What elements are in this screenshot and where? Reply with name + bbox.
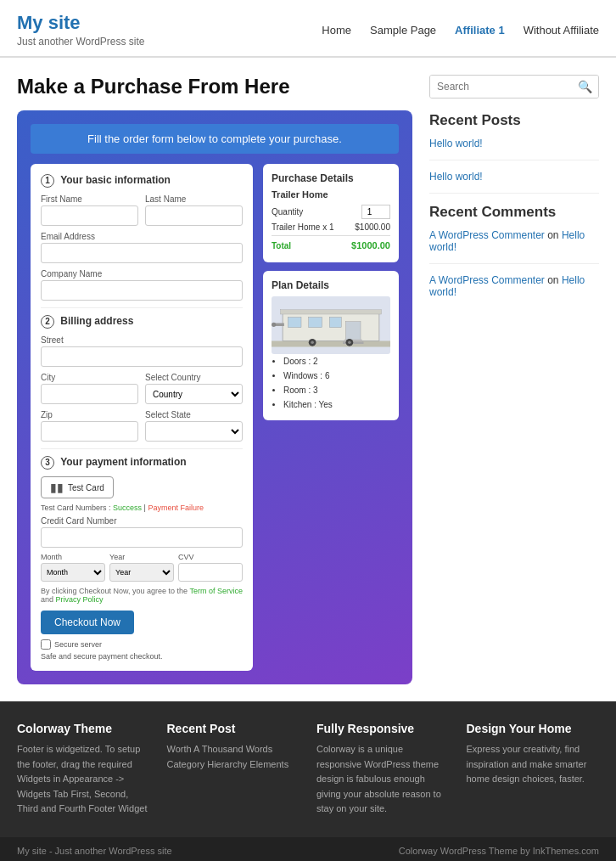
last-name-input[interactable] — [145, 205, 243, 226]
secure-server-label: Secure server — [54, 640, 102, 649]
country-group: Select Country Country — [145, 373, 243, 404]
ccn-input[interactable] — [41, 527, 243, 548]
first-name-label: First Name — [41, 194, 138, 204]
line-item-price: $1000.00 — [355, 222, 390, 232]
street-input[interactable] — [41, 346, 243, 367]
site-header: My site Just another WordPress site Home… — [0, 0, 616, 58]
nav-home[interactable]: Home — [322, 24, 351, 37]
line-item-row: Trailer Home x 1 $1000.00 — [272, 222, 390, 232]
terms-text: By clicking Checkout Now, you agree to t… — [41, 587, 243, 604]
zip-label: Zip — [41, 410, 138, 419]
year-label: Year — [109, 553, 174, 561]
main-content: Make a Purchase From Here Fill the order… — [0, 58, 616, 701]
country-select[interactable]: Country — [145, 384, 243, 404]
privacy-link[interactable]: Privacy Policy — [56, 595, 104, 604]
nav-sample[interactable]: Sample Page — [370, 24, 436, 37]
zip-group: Zip — [41, 410, 138, 442]
svg-rect-6 — [288, 318, 301, 328]
footer-col4-title: Design Your Home — [467, 722, 600, 735]
footer-bottom-left: My site - Just another WordPress site — [17, 846, 172, 856]
footer-col2-text: Category Hierarchy Elements — [167, 757, 300, 773]
comment-2-author[interactable]: A WordPress Commenter — [429, 274, 545, 286]
product-name: Trailer Home — [272, 189, 390, 200]
site-tagline: Just another WordPress site — [17, 36, 145, 48]
failure-link[interactable]: Payment Failure — [148, 504, 204, 512]
ccn-group: Credit Card Number — [41, 516, 243, 548]
quantity-label: Quantity — [272, 207, 303, 217]
year-group: Year Year — [109, 553, 174, 582]
card-btn-label: Test Card — [68, 483, 104, 492]
main-nav: Home Sample Page Affiliate 1 Without Aff… — [322, 24, 599, 37]
footer-main: Colorway Theme Footer is widgetized. To … — [0, 701, 616, 837]
email-group: Email Address — [41, 232, 243, 263]
quantity-input[interactable] — [361, 205, 390, 219]
nav-without-affiliate[interactable]: Without Affiliate — [524, 24, 599, 37]
cvv-group: CVV — [178, 553, 243, 582]
trailer-image — [272, 296, 390, 354]
section2-title: 2 Billing address — [41, 315, 243, 329]
svg-rect-3 — [346, 322, 361, 341]
cvv-input[interactable] — [178, 563, 243, 582]
year-select[interactable]: Year — [109, 563, 174, 582]
zip-input[interactable] — [41, 421, 138, 442]
page-title: Make a Purchase From Here — [17, 75, 412, 98]
city-group: City — [41, 373, 138, 404]
terms-link[interactable]: Term of Service — [189, 587, 243, 595]
city-input[interactable] — [41, 384, 138, 404]
secure-row: Secure server — [41, 639, 243, 650]
ccn-label: Credit Card Number — [41, 516, 243, 526]
search-box: 🔍 — [429, 75, 599, 98]
last-name-label: Last Name — [145, 194, 243, 204]
test-card-button[interactable]: ▮▮ Test Card — [41, 476, 114, 498]
city-label: City — [41, 373, 138, 382]
footer-col1: Colorway Theme Footer is widgetized. To … — [17, 722, 150, 817]
city-country-row: City Select Country Country — [41, 373, 243, 404]
comment-1: A WordPress Commenter on Hello world! — [429, 229, 599, 253]
purchase-title: Purchase Details — [272, 172, 390, 184]
footer-col3-title: Fully Responsive — [316, 722, 450, 735]
month-select[interactable]: Month — [41, 563, 105, 582]
search-button[interactable]: 🔍 — [571, 76, 599, 98]
trailer-svg — [272, 296, 390, 347]
footer-col4-text: Express your creativity, find inspiratio… — [467, 742, 600, 787]
company-input[interactable] — [41, 280, 243, 301]
quantity-row: Quantity — [272, 205, 390, 219]
company-label: Company Name — [41, 269, 243, 279]
credit-card-icon: ▮▮ — [50, 481, 64, 494]
state-select[interactable] — [145, 421, 243, 442]
svg-rect-0 — [272, 341, 390, 347]
country-label: Select Country — [145, 373, 243, 382]
checkout-button[interactable]: Checkout Now — [41, 611, 134, 634]
section1-num: 1 — [41, 174, 54, 188]
zip-state-row: Zip Select State — [41, 410, 243, 442]
feature-kitchen: Kitchen : Yes — [283, 397, 390, 412]
month-group: Month Month — [41, 553, 105, 582]
line-item-label: Trailer Home x 1 — [272, 222, 334, 232]
cvv-label: CVV — [178, 553, 243, 561]
secure-checkbox[interactable] — [41, 639, 51, 650]
feature-room: Room : 3 — [283, 383, 390, 397]
svg-point-14 — [348, 341, 351, 345]
success-link[interactable]: Success — [113, 504, 142, 512]
search-input[interactable] — [430, 76, 571, 98]
footer-col2: Recent Post Worth A Thousand Words Categ… — [167, 722, 300, 817]
footer-col2-title: Recent Post — [167, 722, 300, 735]
first-name-input[interactable] — [41, 205, 138, 226]
nav-affiliate1[interactable]: Affiliate 1 — [455, 24, 505, 37]
svg-point-12 — [311, 341, 314, 345]
footer-col3-text: Colorway is a unique responsive WordPres… — [316, 742, 450, 817]
comment-1-author[interactable]: A WordPress Commenter — [429, 229, 545, 241]
recent-post-1[interactable]: Hello world! — [429, 138, 599, 149]
footer-col2-link[interactable]: Worth A Thousand Words — [167, 742, 300, 757]
section2-num: 2 — [41, 315, 54, 329]
order-header: Fill the order form below to complete yo… — [31, 124, 399, 154]
plan-details-box: Plan Details — [263, 271, 399, 420]
footer-bottom: My site - Just another WordPress site Co… — [0, 837, 616, 861]
svg-point-10 — [272, 323, 276, 327]
plan-features: Doors : 2 Windows : 6 Room : 3 Kitchen :… — [272, 354, 390, 412]
recent-post-2[interactable]: Hello world! — [429, 171, 599, 183]
street-label: Street — [41, 335, 243, 345]
svg-rect-7 — [309, 318, 322, 328]
plan-title: Plan Details — [272, 279, 390, 291]
email-input[interactable] — [41, 243, 243, 263]
